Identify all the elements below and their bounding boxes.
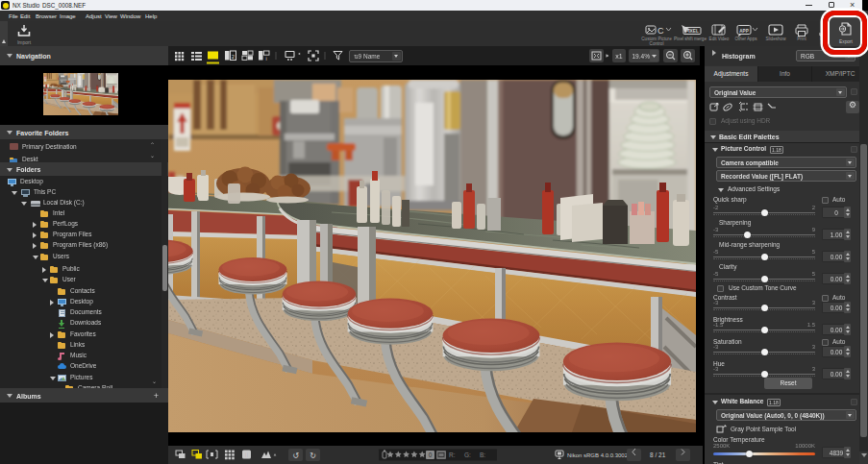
svg-text:Pixel shift merge: Pixel shift merge bbox=[674, 37, 707, 41]
svg-text:↺: ↺ bbox=[292, 452, 299, 460]
svg-text:APP: APP bbox=[739, 29, 748, 34]
svg-text:i: i bbox=[246, 452, 248, 458]
svg-text:↻: ↻ bbox=[310, 452, 316, 460]
svg-text:Print: Print bbox=[797, 37, 806, 41]
svg-text:Nikon sRGB 4.0.0.3002: Nikon sRGB 4.0.0.3002 bbox=[567, 452, 629, 458]
svg-text:0: 0 bbox=[429, 452, 433, 458]
svg-text:R:: R: bbox=[449, 452, 456, 458]
svg-text:G:: G: bbox=[464, 452, 471, 458]
svg-text:19.4%: 19.4% bbox=[632, 53, 651, 60]
svg-text:Slideshow: Slideshow bbox=[766, 37, 787, 41]
svg-text:Edit Video: Edit Video bbox=[709, 37, 730, 41]
svg-text:i: i bbox=[265, 56, 266, 61]
svg-text:x1: x1 bbox=[615, 53, 623, 60]
svg-text:C: C bbox=[657, 26, 664, 36]
svg-text:2: 2 bbox=[232, 54, 236, 60]
svg-text:8 / 21: 8 / 21 bbox=[650, 452, 666, 458]
svg-text:Control: Control bbox=[650, 41, 664, 46]
svg-text:Other Apps: Other Apps bbox=[735, 37, 758, 41]
svg-text:B:: B: bbox=[480, 452, 485, 458]
svg-text:PIXEL: PIXEL bbox=[685, 29, 699, 34]
